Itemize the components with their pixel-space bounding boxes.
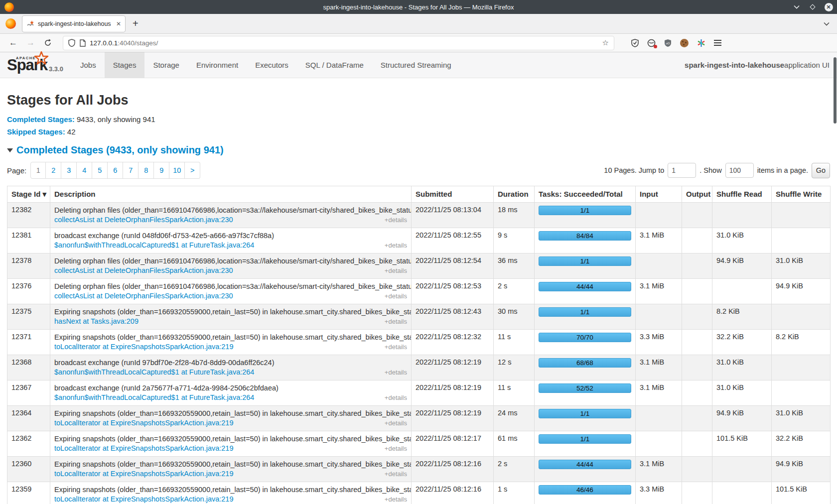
- details-toggle[interactable]: +details: [385, 368, 407, 377]
- password-manager-shield-icon[interactable]: [631, 39, 639, 47]
- duration-cell: 24 ms: [494, 406, 535, 431]
- menu-hamburger-icon[interactable]: [714, 38, 721, 47]
- window-minimize-button[interactable]: [792, 2, 801, 11]
- scrollbar-thumb[interactable]: [834, 57, 837, 124]
- details-toggle[interactable]: +details: [385, 317, 407, 326]
- details-toggle[interactable]: +details: [385, 495, 407, 504]
- page-button-9[interactable]: 9: [154, 162, 169, 179]
- ublock-origin-icon[interactable]: uO: [664, 39, 672, 47]
- browser-tab[interactable]: spark-ingest-into-lakehous ✕: [22, 15, 126, 32]
- nav-item-jobs[interactable]: Jobs: [72, 52, 105, 78]
- details-toggle[interactable]: +details: [385, 418, 407, 428]
- stage-detail-link[interactable]: toLocalIterator at ExpireSnapshotsSparkA…: [54, 444, 234, 453]
- shuffle-read-cell: 101.5 KiB: [712, 431, 772, 457]
- details-toggle[interactable]: +details: [385, 241, 407, 250]
- details-toggle[interactable]: +details: [385, 469, 407, 479]
- list-all-tabs-icon[interactable]: [824, 22, 830, 26]
- stage-detail-link[interactable]: toLocalIterator at ExpireSnapshotsSparkA…: [54, 469, 234, 479]
- url-text[interactable]: 127.0.0.1:4040/stages/: [90, 39, 602, 47]
- page-button-7[interactable]: 7: [123, 162, 139, 179]
- stage-description: Expiring snapshots (older_than=166932055…: [54, 307, 407, 317]
- stage-detail-link[interactable]: toLocalIterator at ExpireSnapshotsSparkA…: [54, 342, 234, 352]
- stage-detail-link[interactable]: $anonfun$withThreadLocalCaptured$1 at Fu…: [54, 368, 254, 377]
- stage-detail-link[interactable]: hasNext at Tasks.java:209: [54, 317, 139, 326]
- cookie-icon[interactable]: [680, 39, 689, 47]
- forward-button[interactable]: →: [26, 38, 35, 48]
- page-button-6[interactable]: 6: [108, 162, 123, 179]
- bookmark-star-icon[interactable]: ☆: [602, 38, 609, 47]
- page-button-3[interactable]: 3: [61, 162, 77, 179]
- submitted-cell: 2022/11/25 08:12:54: [412, 253, 494, 279]
- stage-detail-link[interactable]: toLocalIterator at ExpireSnapshotsSparkA…: [54, 418, 234, 428]
- completed-stages-section-toggle[interactable]: Completed Stages (9433, only showing 941…: [7, 144, 830, 156]
- input-cell: [636, 253, 682, 279]
- summary-value: 9433, only showing 941: [75, 115, 155, 124]
- jump-to-page-input[interactable]: [668, 163, 696, 178]
- stage-detail-link[interactable]: collectAsList at DeleteOrphanFilesSparkA…: [54, 215, 233, 225]
- tab-title: spark-ingest-into-lakehous: [38, 20, 113, 27]
- spark-logo[interactable]: APACHE Spark 3.3.0: [7, 52, 66, 78]
- page-button-5[interactable]: 5: [92, 162, 108, 179]
- description-cell: broadcast exchange (runId 048fd06f-d753-…: [50, 228, 412, 253]
- reload-button[interactable]: [44, 39, 52, 47]
- new-tab-button[interactable]: +: [133, 18, 139, 29]
- stage-id-cell: 12368: [7, 355, 50, 380]
- stage-row-12381: 12381broadcast exchange (runId 048fd06f-…: [7, 228, 831, 253]
- container-proxy-icon[interactable]: [647, 39, 656, 47]
- shuffle-write-cell: [772, 203, 831, 228]
- stage-description: Deleting orphan files (older_than=166910…: [54, 256, 407, 266]
- details-toggle[interactable]: +details: [385, 342, 407, 352]
- window-maximize-button[interactable]: [808, 2, 817, 11]
- stage-row-12359: 12359Expiring snapshots (older_than=1669…: [7, 482, 831, 504]
- details-toggle[interactable]: +details: [385, 215, 407, 225]
- nav-item-structured-streaming[interactable]: Structured Streaming: [372, 52, 460, 78]
- stage-detail-link[interactable]: toLocalIterator at ExpireSnapshotsSparkA…: [54, 495, 234, 504]
- input-cell: [636, 304, 682, 330]
- details-toggle[interactable]: +details: [385, 444, 407, 453]
- page-button-1[interactable]: 1: [30, 162, 46, 179]
- output-cell: [682, 482, 712, 504]
- page-button-8[interactable]: 8: [139, 162, 154, 179]
- page-button-4[interactable]: 4: [77, 162, 92, 179]
- url-bar[interactable]: 127.0.0.1:4040/stages/ ☆: [63, 36, 614, 50]
- output-cell: [682, 253, 712, 279]
- details-toggle[interactable]: +details: [385, 291, 407, 301]
- page-button-2[interactable]: 2: [46, 162, 61, 179]
- summary-link[interactable]: Skipped Stages:: [7, 127, 65, 136]
- window-close-button[interactable]: ✕: [824, 2, 833, 11]
- stage-detail-link[interactable]: $anonfun$withThreadLocalCaptured$1 at Fu…: [54, 393, 254, 402]
- tab-close-icon[interactable]: ✕: [113, 20, 121, 27]
- nav-item-storage[interactable]: Storage: [144, 52, 188, 78]
- next-page-button[interactable]: >: [185, 162, 200, 179]
- tasks-cell: 44/44: [535, 279, 636, 304]
- summary-line: Completed Stages: 9433, only showing 941: [7, 115, 830, 125]
- details-toggle[interactable]: +details: [385, 393, 407, 402]
- colorful-asterisk-extension-icon[interactable]: [697, 39, 705, 47]
- go-button[interactable]: Go: [812, 163, 830, 178]
- tasks-progress-bar: 1/1: [539, 206, 631, 215]
- summary-line: Skipped Stages: 42: [7, 127, 830, 137]
- nav-item-environment[interactable]: Environment: [188, 52, 247, 78]
- stage-detail-link[interactable]: collectAsList at DeleteOrphanFilesSparkA…: [54, 266, 233, 275]
- summary-link[interactable]: Completed Stages:: [7, 115, 75, 124]
- output-cell: [682, 406, 712, 431]
- duration-cell: 11 s: [494, 380, 535, 406]
- output-cell: [682, 203, 712, 228]
- site-info-page-icon[interactable]: [80, 39, 86, 47]
- stage-detail-link[interactable]: collectAsList at DeleteOrphanFilesSparkA…: [54, 291, 233, 301]
- items-per-page-input[interactable]: [725, 163, 754, 178]
- nav-item-sql-dataframe[interactable]: SQL / DataFrame: [297, 52, 372, 78]
- nav-item-executors[interactable]: Executors: [247, 52, 297, 78]
- window-titlebar: spark-ingest-into-lakehouse - Stages for…: [0, 0, 837, 14]
- shuffle-write-cell: [772, 380, 831, 406]
- back-button[interactable]: ←: [9, 38, 17, 48]
- details-toggle[interactable]: +details: [385, 266, 407, 275]
- column-header-stage-id[interactable]: Stage Id ▾: [7, 186, 50, 203]
- tracking-protection-shield-icon[interactable]: [68, 39, 75, 47]
- nav-item-stages[interactable]: Stages: [105, 52, 145, 78]
- firefox-icon[interactable]: [5, 18, 16, 29]
- stage-description: broadcast exchange (runId 97bdf70e-2f28-…: [54, 358, 407, 368]
- page-button-10[interactable]: 10: [169, 162, 185, 179]
- input-cell: 3.1 MiB: [636, 380, 682, 406]
- stage-detail-link[interactable]: $anonfun$withThreadLocalCaptured$1 at Fu…: [54, 241, 254, 250]
